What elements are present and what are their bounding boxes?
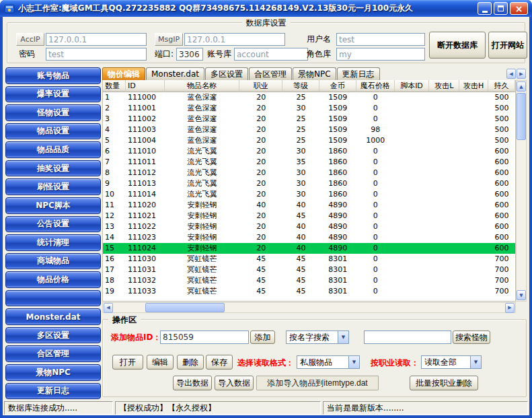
tab[interactable]: 更新日志 — [337, 67, 380, 80]
sidebar-button[interactable] — [5, 290, 101, 307]
save-button[interactable]: 保存 — [206, 355, 233, 370]
account-db-label: 账号库 — [207, 48, 231, 61]
search-mode-select[interactable]: 按名字搜索 ▼ — [286, 330, 349, 344]
sidebar-button[interactable]: 合区管理 — [5, 345, 101, 362]
table-row[interactable]: 5 111004 蓝色深邃 20 25 1509 1000 500 — [103, 135, 515, 146]
horizontal-scroll-track[interactable] — [113, 303, 505, 312]
tab-scroll-left-icon[interactable]: ◀ — [506, 69, 516, 79]
role-db-input[interactable] — [336, 48, 425, 61]
scroll-right-icon[interactable]: ▶ — [505, 303, 515, 313]
delete-button[interactable]: 删除 — [177, 355, 204, 370]
search-monster-button[interactable]: 搜索怪物 — [453, 330, 490, 344]
sidebar-button[interactable]: 公告设置 — [5, 216, 101, 233]
sidebar-button[interactable]: 商城物品 — [5, 253, 101, 270]
sidebar-button[interactable]: 爆率设置 — [5, 86, 101, 103]
table-row[interactable]: 11 111020 安刺轻钢 40 40 4890 0 600 — [103, 200, 515, 211]
table-row[interactable]: 14 111023 安刺轻钢 20 40 4890 0 600 — [103, 232, 515, 243]
scroll-down-icon[interactable]: ▼ — [517, 290, 526, 300]
table-row[interactable]: 3 111002 蓝色深邃 20 25 1509 0 500 — [103, 114, 515, 125]
tab[interactable]: Monster.dat — [146, 67, 204, 80]
sidebar-button[interactable]: 怪物设置 — [5, 104, 101, 121]
cell-durability: 700 — [488, 286, 515, 297]
cell-attack-h — [459, 189, 488, 200]
table-row[interactable]: 9 111013 流光飞翼 20 30 1860 0 600 — [103, 178, 515, 189]
edit-button[interactable]: 编辑 — [147, 355, 174, 370]
port-input[interactable] — [176, 48, 203, 61]
vertical-scrollbar[interactable]: ▲ ▼ — [516, 80, 527, 302]
table-row[interactable]: 18 111032 冥虹镜芒 45 45 8301 0 700 — [103, 275, 515, 286]
table-row[interactable]: 1 111000 蓝色深邃 20 25 1509 0 500 — [103, 92, 515, 103]
table-row[interactable]: 7 111011 流光飞翼 20 35 1860 0 600 — [103, 157, 515, 168]
accip-input[interactable] — [46, 33, 147, 46]
import-data-button[interactable]: 导入数据 — [215, 376, 254, 390]
column-header[interactable]: 数量 — [103, 80, 126, 92]
column-header[interactable]: 脚本ID — [395, 80, 430, 92]
tab[interactable]: 景物NPC — [293, 67, 336, 80]
table-row[interactable]: 19 111033 冥虹镜芒 45 45 8301 0 700 — [103, 286, 515, 297]
password-input[interactable] — [46, 48, 147, 61]
sidebar-button[interactable]: 统计清理 — [5, 234, 101, 251]
chevron-down-icon[interactable]: ▼ — [338, 331, 348, 343]
table-row[interactable]: 16 111030 冥虹镜芒 45 45 8301 0 700 — [103, 254, 515, 265]
append-itemtype-button[interactable]: 添加导入物品到itemtype.dat — [256, 376, 379, 390]
column-header[interactable]: 魔石价格 — [356, 80, 395, 92]
export-data-button[interactable]: 导出数据 — [173, 376, 212, 390]
chevron-down-icon[interactable]: ▼ — [470, 356, 481, 368]
column-header[interactable]: 攻击H — [459, 80, 488, 92]
read-format-label: 选择读取格式： — [237, 356, 294, 370]
tab-scroll-right-icon[interactable]: ▶ — [517, 69, 526, 79]
horizontal-scroll-thumb[interactable] — [145, 303, 225, 312]
table-row[interactable]: 12 111021 安刺轻钢 20 45 4890 0 600 — [103, 211, 515, 221]
sidebar-button[interactable]: NPC脚本 — [5, 197, 101, 214]
disconnect-db-button[interactable]: 断开数据库 — [429, 32, 486, 59]
maximize-button[interactable] — [494, 2, 508, 15]
table-row[interactable]: 10 111014 流光飞翼 20 30 1860 0 600 — [103, 189, 515, 200]
table-row[interactable]: 15 111024 安刺轻钢 20 40 4890 0 600 — [103, 243, 515, 254]
sidebar-button[interactable]: 账号物品 — [5, 67, 101, 84]
sidebar-button[interactable]: 多区设置 — [5, 327, 101, 344]
read-by-job-select[interactable]: 读取全部 ▼ — [421, 355, 482, 369]
sidebar-button[interactable]: 刷怪设置 — [5, 178, 101, 195]
sidebar-button[interactable]: 物品设置 — [5, 123, 101, 140]
sidebar-button[interactable]: Monster.dat — [5, 308, 101, 325]
scroll-up-icon[interactable]: ▲ — [517, 81, 526, 92]
username-input[interactable] — [336, 33, 425, 46]
sidebar-button[interactable]: 更新日志 — [5, 383, 101, 400]
column-header[interactable]: 持久 — [488, 80, 515, 92]
minimize-button[interactable] — [478, 2, 492, 15]
batch-delete-button[interactable]: 批量按职业删除 — [410, 376, 478, 390]
sidebar-button[interactable]: 抽奖设置 — [5, 160, 101, 177]
column-header[interactable]: 等级 — [282, 80, 319, 92]
table-row[interactable]: 4 111003 蓝色深邃 20 25 1509 98 500 — [103, 125, 515, 135]
scroll-left-icon[interactable]: ◀ — [104, 303, 113, 313]
account-db-input[interactable] — [234, 48, 308, 61]
open-website-button[interactable]: 打开网站 — [488, 32, 527, 59]
sidebar-button[interactable]: 景物NPC — [5, 364, 101, 381]
msgip-input[interactable] — [184, 33, 285, 46]
column-header[interactable]: 职业 — [239, 80, 282, 92]
horizontal-scrollbar[interactable]: ◀ ▶ — [102, 302, 516, 313]
table-row[interactable]: 13 111022 安刺轻钢 20 40 4890 0 600 — [103, 221, 515, 232]
add-item-id-input[interactable] — [160, 330, 249, 344]
vertical-scroll-track[interactable] — [517, 92, 526, 290]
table-row[interactable]: 6 111010 流光飞翼 20 30 1860 0 600 — [103, 146, 515, 157]
chevron-down-icon[interactable]: ▼ — [348, 356, 359, 368]
vertical-scroll-thumb[interactable] — [517, 93, 526, 140]
tab[interactable]: 物价编辑 — [102, 67, 145, 80]
table-row[interactable]: 17 111031 冥虹镜芒 45 45 8301 0 700 — [103, 265, 515, 275]
tab[interactable]: 合区管理 — [249, 67, 292, 80]
table-row[interactable]: 2 111001 蓝色深邃 20 30 1509 0 500 — [103, 103, 515, 114]
column-header[interactable]: 物品名称 — [165, 80, 240, 92]
open-button[interactable]: 打开 — [112, 355, 143, 370]
column-header[interactable]: 金币 — [319, 80, 356, 92]
sidebar-button[interactable]: 物品品质 — [5, 141, 101, 158]
sidebar-button[interactable]: 物品价格 — [5, 271, 101, 288]
close-button[interactable]: × — [510, 2, 528, 15]
search-input[interactable] — [364, 330, 451, 344]
tab[interactable]: 多区设置 — [205, 67, 248, 80]
column-header[interactable]: 攻击L — [429, 80, 459, 92]
read-format-select[interactable]: 私服物品 ▼ — [297, 355, 360, 369]
column-header[interactable]: ID — [126, 80, 165, 92]
add-button[interactable]: 添加 — [250, 330, 275, 344]
table-row[interactable]: 8 111012 流光飞翼 20 30 1860 0 600 — [103, 168, 515, 178]
